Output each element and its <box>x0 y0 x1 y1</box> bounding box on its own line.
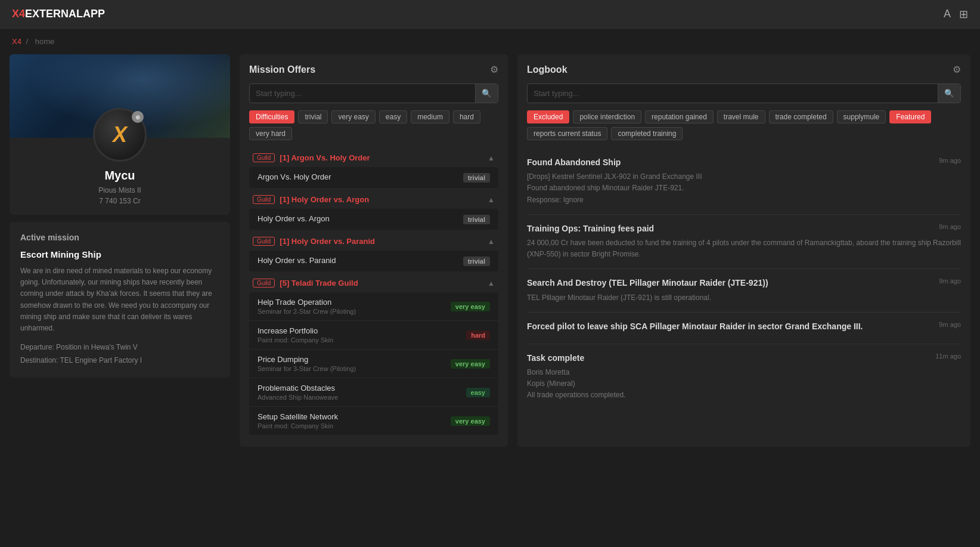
logbook-gear-icon[interactable]: ⚙ <box>953 64 961 75</box>
log-tag-reports-current-status[interactable]: reports current status <box>527 127 607 140</box>
main-layout: X ⊕ Mycu Pious Mists II 7 740 153 Cr Act… <box>0 54 980 456</box>
mission-name-2: Holy Order vs. Argon <box>258 214 330 223</box>
diff-badge-portfolio: hard <box>466 330 490 340</box>
difficulty-badge-2: trivial <box>463 215 490 224</box>
filter-trivial[interactable]: trivial <box>298 110 328 123</box>
logbook-search-button[interactable]: 🔍 <box>938 84 960 103</box>
log-entry-header-3: Search And Destroy (TEL Pillager Minotau… <box>527 277 961 288</box>
mission-group-header-1[interactable]: Guild [1] Argon Vs. Holy Order ▲ <box>249 149 498 167</box>
mission-offers-panel: Mission Offers ⚙ 🔍 Difficulties trivial … <box>240 54 508 447</box>
mission-items-3: Holy Order vs. Paranid trivial <box>249 251 498 271</box>
log-tag-supplymule[interactable]: supplymule <box>837 110 886 123</box>
diff-badge-help-trade: very easy <box>451 302 490 311</box>
filter-medium[interactable]: medium <box>411 110 449 123</box>
guild-badge-2: Guild <box>253 195 275 204</box>
mission-offers-title: Mission Offers <box>249 64 315 75</box>
font-icon[interactable]: A <box>944 8 951 20</box>
mission-left-price-dumping: Price Dumping Seminar for 3-Star Crew (P… <box>258 355 356 372</box>
mission-items-2: Holy Order vs. Argon trivial <box>249 209 498 230</box>
breadcrumb-root[interactable]: X4 <box>12 37 21 46</box>
logo-text: EXTERNALAPP <box>25 8 105 20</box>
log-entry-body-5: Boris MorettaKopis (Mineral)All trade op… <box>527 367 961 401</box>
mission-name-3: Holy Order vs. Paranid <box>258 256 336 265</box>
mission-sub-obstacles: Advanced Ship Nanoweave <box>258 394 338 401</box>
mission-item-price-dumping[interactable]: Price Dumping Seminar for 3-Star Crew (P… <box>249 350 498 378</box>
logbook-panel: Logbook ⚙ 🔍 Excluded police interdiction… <box>517 54 970 447</box>
mission-item-left-3: Holy Order vs. Paranid <box>258 256 336 266</box>
log-tag-completed-training[interactable]: completed training <box>611 127 683 140</box>
active-mission-name: Escort Mining Ship <box>20 249 219 259</box>
log-entry-time-5: 11m ago <box>935 353 961 360</box>
logo-x4: X4 <box>12 8 25 20</box>
logbook-search-input[interactable] <box>528 84 938 103</box>
log-entry-title-3: Search And Destroy (TEL Pillager Minotau… <box>527 277 939 288</box>
mission-sub-help-trade: Seminar for 2-Star Crew (Piloting) <box>258 308 356 315</box>
mission-name-satellite: Setup Satellite Network <box>258 412 338 421</box>
grid-icon[interactable]: ⊞ <box>959 8 968 21</box>
profile-name: Mycu <box>10 169 230 186</box>
log-entry-5: Task complete 11m ago Boris MorettaKopis… <box>527 344 961 410</box>
mission-item-increase-portfolio[interactable]: Increase Portfolio Paint mod: Company Sk… <box>249 321 498 350</box>
mission-item-help-trade[interactable]: Help Trade Operation Seminar for 2-Star … <box>249 292 498 321</box>
mission-item-left: Argon Vs. Holy Order <box>258 172 331 183</box>
mission-left-help-trade: Help Trade Operation Seminar for 2-Star … <box>258 298 356 315</box>
mission-items-4: Help Trade Operation Seminar for 2-Star … <box>249 292 498 435</box>
guild-badge-1: Guild <box>253 153 275 162</box>
mission-left-portfolio: Increase Portfolio Paint mod: Company Sk… <box>258 326 333 344</box>
mission-item-setup-satellite[interactable]: Setup Satellite Network Paint mod: Compa… <box>249 407 498 435</box>
mission-name-price-dumping: Price Dumping <box>258 355 356 364</box>
topbar-icons: A ⊞ <box>944 8 968 21</box>
mission-name: Argon Vs. Holy Order <box>258 172 331 181</box>
mission-item-holy-paranid[interactable]: Holy Order vs. Paranid trivial <box>249 251 498 271</box>
log-entry-time-1: 9m ago <box>939 157 961 164</box>
log-entry-1: Found Abandoned Ship 9m ago [Drops] Kest… <box>527 149 961 215</box>
mission-sub-portfolio: Paint mod: Company Skin <box>258 336 333 344</box>
mission-item-problematic-obstacles[interactable]: Problematic Obstacles Advanced Ship Nano… <box>249 378 498 407</box>
left-panel: X ⊕ Mycu Pious Mists II 7 740 153 Cr Act… <box>10 54 230 447</box>
log-tag-excluded[interactable]: Excluded <box>527 110 569 123</box>
filter-easy[interactable]: easy <box>379 110 407 123</box>
log-tag-reputation-gained[interactable]: reputation gained <box>645 110 714 123</box>
avatar-badge: ⊕ <box>132 111 144 123</box>
log-tag-featured[interactable]: Featured <box>889 110 931 123</box>
active-mission-description: We are in dire need of mined materials t… <box>20 265 219 334</box>
mission-groups: Guild [1] Argon Vs. Holy Order ▲ Argon V… <box>249 149 498 435</box>
log-entry-header-2: Training Ops: Training fees paid 9m ago <box>527 223 961 234</box>
difficulty-badge: trivial <box>463 173 490 183</box>
difficulty-filters: Difficulties trivial very easy easy medi… <box>249 110 498 140</box>
log-entry-time-4: 9m ago <box>939 321 961 328</box>
mission-group-header-2[interactable]: Guild [1] Holy Order vs. Argon ▲ <box>249 190 498 209</box>
filter-very-easy[interactable]: very easy <box>331 110 375 123</box>
filter-difficulties[interactable]: Difficulties <box>249 110 294 123</box>
collapse-icon-3: ▲ <box>488 237 495 246</box>
filter-very-hard[interactable]: very hard <box>249 127 292 140</box>
mission-offers-gear-icon[interactable]: ⚙ <box>490 64 498 75</box>
guild-badge-3: Guild <box>253 237 275 246</box>
log-tag-travel-mule[interactable]: travel mule <box>717 110 765 123</box>
profile-card: X ⊕ Mycu Pious Mists II 7 740 153 Cr <box>10 54 230 215</box>
mission-search-input[interactable] <box>250 84 475 103</box>
mission-group-header-4[interactable]: Guild [5] Teladi Trade Guild ▲ <box>249 274 498 292</box>
log-tag-police-interdiction[interactable]: police interdiction <box>573 110 641 123</box>
group-name-1: [1] Argon Vs. Holy Order <box>280 153 483 162</box>
log-tag-trade-completed[interactable]: trade completed <box>769 110 833 123</box>
logbook-search-box: 🔍 <box>527 84 961 103</box>
mission-sub-price-dumping: Seminar for 3-Star Crew (Piloting) <box>258 365 356 372</box>
mission-sub-satellite: Paint mod: Company Skin <box>258 422 338 429</box>
topbar: X4EXTERNALAPP A ⊞ <box>0 0 980 29</box>
log-entry-3: Search And Destroy (TEL Pillager Minotau… <box>527 269 961 312</box>
log-entry-title-4: Forced pilot to leave ship SCA Pillager … <box>527 321 939 332</box>
mission-item-argon-holy[interactable]: Argon Vs. Holy Order trivial <box>249 167 498 188</box>
logbook-header: Logbook ⚙ <box>527 64 961 75</box>
diff-badge-obstacles: easy <box>466 388 490 397</box>
active-mission-card: Active mission Escort Mining Ship We are… <box>10 222 230 378</box>
mission-name-portfolio: Increase Portfolio <box>258 326 333 335</box>
group-name-4: [5] Teladi Trade Guild <box>280 279 483 288</box>
mission-group-header-3[interactable]: Guild [1] Holy Order vs. Paranid ▲ <box>249 232 498 251</box>
mission-search-button[interactable]: 🔍 <box>475 84 498 103</box>
mission-item-holy-argon[interactable]: Holy Order vs. Argon trivial <box>249 209 498 230</box>
log-entry-time-3: 9m ago <box>939 277 961 285</box>
mission-group-argon-vs-holy: Guild [1] Argon Vs. Holy Order ▲ Argon V… <box>249 149 498 188</box>
collapse-icon-1: ▲ <box>488 154 495 162</box>
filter-hard[interactable]: hard <box>453 110 480 123</box>
